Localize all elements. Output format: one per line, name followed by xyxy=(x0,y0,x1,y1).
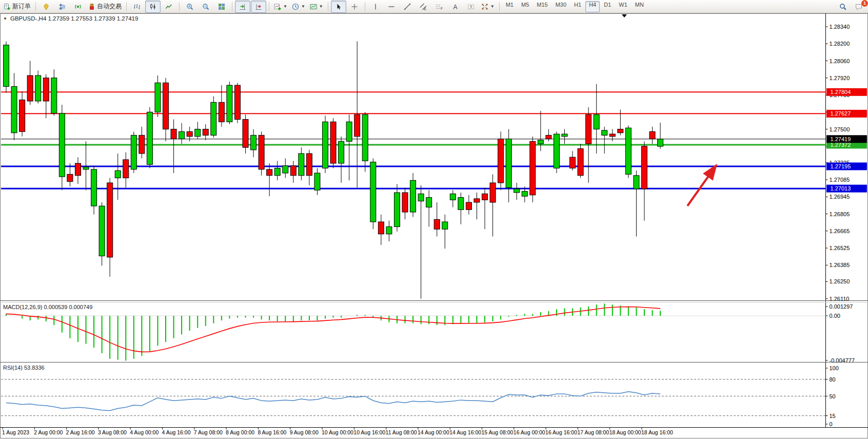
candle-body-bull xyxy=(274,168,280,176)
auto-trading-button[interactable]: 自动交易 xyxy=(86,1,124,13)
navigator-button[interactable] xyxy=(70,1,86,13)
chart-shift-button[interactable] xyxy=(251,1,266,13)
chart-window[interactable]: 1.283401.282001.280601.279201.277801.276… xyxy=(0,13,868,438)
candle-body-bear xyxy=(618,129,623,133)
candlestick xyxy=(131,131,136,173)
time-tick-label: 8 Aug 00:00 xyxy=(226,429,254,435)
current-price-label-text: 1.27419 xyxy=(831,136,851,142)
candlestick xyxy=(227,82,232,124)
fibonacci-button[interactable]: F xyxy=(431,1,447,13)
price-label-1.27804: 1.27804 xyxy=(826,88,867,96)
rsi-axis-label: 15 xyxy=(830,413,836,419)
text-label-button[interactable]: T xyxy=(463,1,479,13)
tile-windows-button[interactable] xyxy=(214,1,229,13)
price-tick-label: 1.26385 xyxy=(830,262,850,268)
timeframe-m30-button[interactable]: M30 xyxy=(552,1,570,12)
time-tick-label: 18 Aug 16:00 xyxy=(641,429,673,435)
candle-body-bull xyxy=(211,102,216,135)
candle-body-bull xyxy=(362,114,368,161)
candle-body-bull xyxy=(35,75,41,101)
auto-scroll-button[interactable] xyxy=(235,1,250,13)
text-button[interactable]: A xyxy=(447,1,463,13)
chevron-down-icon: ▼ xyxy=(301,4,305,9)
candle-body-bear xyxy=(187,131,192,137)
candle-body-bull xyxy=(426,198,432,207)
candle-body-bull xyxy=(251,135,257,150)
trendline-button[interactable] xyxy=(400,1,415,13)
candle-body-bull xyxy=(179,131,185,139)
periods-button[interactable]: ▼ xyxy=(290,1,307,13)
rsi-axis-label: 50 xyxy=(830,393,836,399)
price-label-1.27013: 1.27013 xyxy=(826,185,867,193)
trendline-icon xyxy=(404,3,411,10)
timeframe-d1-button[interactable]: D1 xyxy=(600,1,615,12)
indicators-button[interactable]: ▼ xyxy=(272,1,289,13)
candle-body-bull xyxy=(323,122,328,168)
candle-body-bear xyxy=(267,169,272,176)
svg-text:A: A xyxy=(453,3,457,10)
timeframe-w1-button[interactable]: W1 xyxy=(615,1,631,12)
chart-line-icon xyxy=(165,3,172,10)
cursor-button[interactable] xyxy=(331,1,346,13)
candlestick xyxy=(211,96,216,138)
candle-body-bear xyxy=(107,183,113,257)
candle-body-bear xyxy=(642,146,647,189)
chart-title: GBPUSD-,H4 1.27359 1.27553 1.27339 1.274… xyxy=(10,15,138,22)
price-tick-label: 1.28060 xyxy=(830,58,850,64)
timeframe-h4-button[interactable]: H4 xyxy=(585,1,600,12)
new-order-button[interactable]: 新订单 xyxy=(2,1,33,13)
current-price-label: 1.27419 xyxy=(826,135,867,143)
templates-button[interactable]: ▼ xyxy=(308,1,325,13)
new-order-icon xyxy=(4,3,11,10)
candlestick xyxy=(147,107,152,168)
arrows-tool-button[interactable]: ▼ xyxy=(479,1,497,13)
toolbar-separator xyxy=(499,2,500,11)
equidistant-channel-button[interactable]: E xyxy=(416,1,431,13)
candle-body-bull xyxy=(115,170,121,178)
timeframe-m1-button[interactable]: M1 xyxy=(502,1,517,12)
price-label-1.27195: 1.27195 xyxy=(826,162,867,170)
crosshair-button[interactable] xyxy=(347,1,362,13)
timeframe-m15-button[interactable]: M15 xyxy=(533,1,551,12)
candle-body-bull xyxy=(634,176,639,189)
candle-body-bull xyxy=(195,129,201,137)
candle-body-bear xyxy=(163,83,169,129)
time-tick-label: 11 Aug 08:00 xyxy=(386,429,417,435)
candle-body-bear xyxy=(259,135,264,169)
data-window-icon xyxy=(58,3,66,10)
hline-icon xyxy=(388,3,395,10)
timeframe-mn-button[interactable]: MN xyxy=(632,1,647,12)
chart-shift-icon xyxy=(255,3,262,10)
candle-body-bull xyxy=(410,180,416,212)
candle-body-bull xyxy=(227,85,232,122)
candlestick xyxy=(530,137,536,202)
candle-body-bear xyxy=(243,120,248,148)
candle-body-bull xyxy=(522,192,527,197)
zoom-out-button[interactable] xyxy=(198,1,213,13)
market-watch-button[interactable] xyxy=(38,1,54,13)
candle-body-bear xyxy=(578,149,583,176)
candle-body-bear xyxy=(43,78,49,101)
zoom-out-icon xyxy=(202,3,209,10)
horizontal-line-button[interactable] xyxy=(384,1,399,13)
toolbar-separator xyxy=(126,2,127,11)
chart-candles-icon xyxy=(149,3,156,10)
data-window-button[interactable] xyxy=(54,1,70,13)
candle-body-bull xyxy=(370,162,376,222)
candle-body-bear xyxy=(546,135,551,139)
vertical-line-button[interactable] xyxy=(368,1,383,13)
chart-line-button[interactable] xyxy=(161,1,176,13)
collapse-icon[interactable]: ▼ xyxy=(3,16,7,21)
macd-axis-label: -0.004777 xyxy=(830,357,855,364)
chart-bars-button[interactable] xyxy=(129,1,145,13)
search-button[interactable] xyxy=(835,1,851,13)
price-label-1.27627: 1.27627 xyxy=(826,110,867,118)
timeframe-h1-button[interactable]: H1 xyxy=(570,1,585,12)
zoom-in-button[interactable] xyxy=(182,1,198,13)
channel-icon: E xyxy=(420,3,427,10)
notifications-button[interactable]: 1 xyxy=(851,1,866,13)
time-tick-label: 16 Aug 00:00 xyxy=(514,429,545,435)
timeframe-m5-button[interactable]: M5 xyxy=(518,1,532,12)
chart-candles-button[interactable] xyxy=(145,1,161,13)
toolbar-separator xyxy=(328,2,328,11)
